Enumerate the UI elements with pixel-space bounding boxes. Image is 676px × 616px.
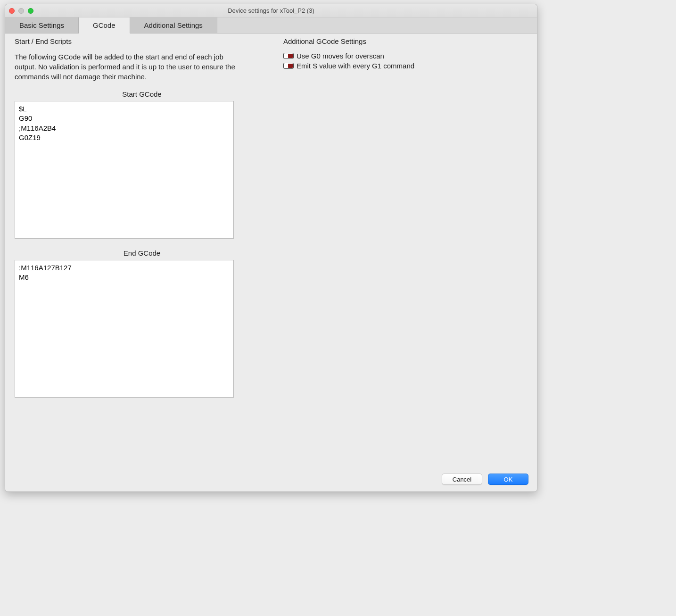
end-gcode-label: End GCode: [15, 249, 269, 257]
ok-button[interactable]: OK: [488, 474, 528, 485]
option-g0-label: Use G0 moves for overscan: [297, 52, 384, 60]
additional-gcode-column: Additional GCode Settings Use G0 moves f…: [269, 37, 528, 469]
scripts-section-title: Start / End Scripts: [15, 37, 269, 45]
scripts-hint: The following GCode will be added to the…: [15, 52, 236, 90]
cancel-button[interactable]: Cancel: [442, 474, 482, 485]
dialog-buttons: Cancel OK: [5, 469, 537, 491]
scripts-column: Start / End Scripts The following GCode …: [15, 37, 269, 469]
tab-gcode[interactable]: GCode: [79, 17, 130, 33]
tab-basic-settings[interactable]: Basic Settings: [5, 17, 79, 33]
toggle-icon[interactable]: [283, 53, 294, 59]
window-title: Device settings for xTool_P2 (3): [5, 7, 537, 14]
content-area: Start / End Scripts The following GCode …: [5, 33, 537, 469]
option-s-label: Emit S value with every G1 command: [297, 62, 414, 70]
start-gcode-label: Start GCode: [15, 90, 269, 98]
tab-additional-settings[interactable]: Additional Settings: [130, 17, 217, 33]
option-emit-s[interactable]: Emit S value with every G1 command: [283, 62, 528, 70]
device-settings-dialog: Device settings for xTool_P2 (3) Basic S…: [5, 4, 537, 492]
end-gcode-input[interactable]: [15, 260, 234, 398]
option-g0-overscan[interactable]: Use G0 moves for overscan: [283, 52, 528, 60]
start-gcode-input[interactable]: [15, 101, 234, 239]
titlebar: Device settings for xTool_P2 (3): [5, 4, 537, 17]
toggle-icon[interactable]: [283, 63, 294, 69]
tabbar: Basic Settings GCode Additional Settings: [5, 17, 537, 33]
additional-gcode-title: Additional GCode Settings: [283, 37, 528, 45]
